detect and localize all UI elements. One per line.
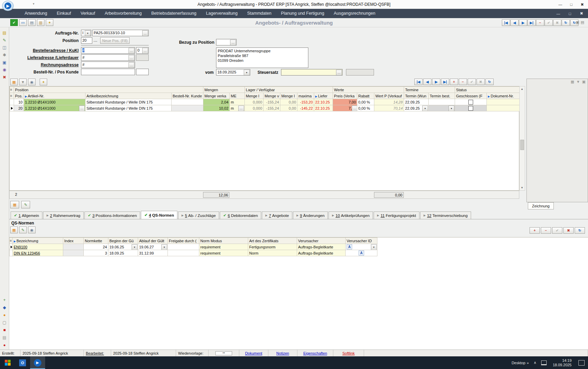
ablauf-dropdown-icon[interactable]: ▾ bbox=[161, 244, 167, 250]
col-qs-verursacher[interactable]: Verursacher bbox=[297, 238, 346, 244]
geschlossen-checkbox[interactable] bbox=[468, 100, 473, 105]
pos-add-button[interactable]: + bbox=[450, 79, 458, 85]
me-lookup-icon[interactable]: … bbox=[238, 106, 244, 111]
cell-qs-modus[interactable]: requirement bbox=[199, 250, 248, 256]
image-preview-icon[interactable]: ▦ bbox=[571, 80, 574, 84]
cell-geschlossen[interactable] bbox=[455, 99, 487, 105]
settings-icon[interactable]: ✱ bbox=[1, 52, 8, 58]
cell-bezeichnung[interactable]: Silberstahl Rundstange / Welle DIN 175 bbox=[85, 99, 172, 105]
card-icon[interactable]: ◫ bbox=[1, 45, 8, 51]
cell-qs-freigabe[interactable] bbox=[168, 244, 199, 250]
qs-add-button[interactable]: + bbox=[530, 227, 540, 234]
layout-icon[interactable]: ▤ bbox=[580, 20, 584, 25]
cell-qs-verursacher-id[interactable]: A▾ bbox=[346, 244, 377, 250]
delete-icon[interactable]: ✖ bbox=[1, 74, 8, 80]
close-button[interactable]: ✖ bbox=[578, 1, 586, 8]
cell-pos[interactable]: 10 bbox=[14, 99, 24, 105]
search-special-icon[interactable]: ✦ bbox=[40, 79, 47, 85]
cell-menge[interactable]: 10,02 bbox=[203, 105, 230, 111]
tray-expand-icon[interactable]: ∧ bbox=[534, 360, 536, 365]
delete-record-button[interactable]: − bbox=[536, 19, 544, 26]
tab-fertigungsprojekt[interactable]: ▶11Fertigungsprojekt bbox=[374, 211, 419, 219]
tab-terminverschiebung[interactable]: ▶12Terminverschiebung bbox=[420, 211, 471, 219]
paste-icon[interactable]: ▥ bbox=[37, 19, 44, 26]
record-icon[interactable]: ● bbox=[1, 342, 8, 348]
cell-rabatt[interactable]: 0,00 % bbox=[357, 99, 374, 105]
tab-artikelpruefungen[interactable]: ▶10Artikelprüfungen bbox=[329, 211, 373, 219]
col-dokument[interactable]: ▶Dokument-Nr. bbox=[487, 93, 520, 99]
grid-icon[interactable]: ▦ bbox=[10, 227, 18, 233]
cell-geschlossen[interactable] bbox=[455, 105, 487, 111]
pos-next-button[interactable]: ▶ bbox=[432, 79, 440, 85]
cell-qs-index[interactable] bbox=[63, 244, 84, 250]
table-row[interactable]: 10 1.2210 Ø14X1000 Silberstahl Rundstang… bbox=[10, 99, 520, 105]
cell-qs-beginn[interactable]: 18.09.25 bbox=[108, 250, 138, 256]
row-selector[interactable] bbox=[10, 105, 14, 111]
qs-refresh-button[interactable]: ↻ bbox=[575, 227, 585, 234]
new-window-icon[interactable]: ▭ bbox=[19, 19, 27, 26]
col-liefer[interactable]: ▶Liefer bbox=[314, 93, 333, 99]
cell-artikel[interactable]: 1.2210 Ø14X1000 bbox=[24, 99, 85, 105]
cell-maxima[interactable]: -145,22 bbox=[297, 105, 314, 111]
cell-artikel[interactable]: 1.2210 Ø14X1000… bbox=[24, 105, 85, 111]
cell-wert[interactable]: 70,14 bbox=[374, 105, 404, 111]
taskbar-clock[interactable]: 14:19 18.09.2025 bbox=[549, 358, 575, 367]
position-field[interactable]: 20 bbox=[81, 37, 92, 44]
neue-pos-button[interactable]: Neue Pos. (F8) bbox=[100, 37, 130, 44]
cell-qs-freigabe[interactable] bbox=[168, 250, 199, 256]
menu-ausgangsrechnungen[interactable]: Ausgangsrechnungen bbox=[329, 9, 380, 18]
beginn-dropdown-icon[interactable]: ▾ bbox=[132, 244, 137, 250]
col-artikel[interactable]: ▶Artikel-Nr. bbox=[24, 93, 85, 99]
col-menge-l[interactable]: Menge l bbox=[245, 93, 264, 99]
begleitkarte-icon[interactable]: A bbox=[359, 250, 364, 256]
auftrag-nr-field[interactable]: PA25-00133/10-10… bbox=[92, 30, 149, 36]
cell-termin-wun[interactable]: 22.09.25▾ bbox=[404, 105, 429, 111]
cell-qs-bezeichnung[interactable]: DIN EN 123456 bbox=[13, 250, 63, 256]
bezug-zu-position-field[interactable]: … bbox=[216, 39, 237, 45]
wizard-icon[interactable]: ✦ bbox=[46, 19, 53, 26]
cell-menge-l2[interactable]: 0,00 bbox=[280, 105, 297, 111]
pos-accept-button[interactable]: ✔ bbox=[468, 79, 476, 85]
stop-icon[interactable]: ■ bbox=[1, 327, 8, 333]
cell-qs-normkette[interactable]: 3 bbox=[84, 250, 108, 256]
bestelleradresse-field[interactable]: #… bbox=[81, 47, 135, 54]
begleitkarte-icon[interactable]: A bbox=[347, 244, 352, 249]
preis-lookup-icon[interactable]: … bbox=[352, 106, 357, 111]
tab-aenderungen[interactable]: ▶9Änderungen bbox=[293, 211, 328, 219]
termin-best-dropdown-icon[interactable]: ▾ bbox=[449, 106, 454, 111]
col-bestell[interactable]: Bestell-Nr. Kunde bbox=[172, 93, 203, 99]
cell-qs-modus[interactable]: requirement bbox=[199, 244, 248, 250]
row-selector[interactable] bbox=[10, 99, 14, 105]
cell-menge-v[interactable]: -155,24 bbox=[264, 105, 280, 111]
scroll-up-icon[interactable]: ▲ bbox=[521, 87, 523, 91]
col-qs-beginn[interactable]: Beginn der Gü bbox=[108, 238, 138, 244]
tab-allgemein[interactable]: ✔1Allgemein bbox=[11, 211, 42, 219]
col-me[interactable]: ME bbox=[230, 93, 245, 99]
cell-me[interactable]: m bbox=[230, 99, 245, 105]
position-lookup-icon[interactable]: … bbox=[93, 38, 97, 43]
cell-qs-beginn[interactable]: 19.06.25▾ bbox=[108, 244, 138, 250]
dokument-link[interactable]: Dokument bbox=[239, 350, 268, 356]
qs-row[interactable]: DIN EN 123456 3 18.09.25 31.12.99 requir… bbox=[10, 250, 377, 256]
qs-row[interactable]: EN9100 24 19.06.25▾ 19.06.27▾ requiremen… bbox=[10, 244, 377, 250]
pos-prev-button[interactable]: ◀ bbox=[423, 79, 431, 85]
eigenschaften-link[interactable]: Eigenschaften bbox=[297, 350, 333, 356]
softlink-link[interactable]: Softlink bbox=[333, 350, 364, 356]
tab-positions-informationen[interactable]: ✔3Positions-Informationen bbox=[84, 211, 140, 219]
pos-refresh-button[interactable]: ↻ bbox=[485, 79, 494, 85]
bezug-lookup-icon[interactable]: … bbox=[230, 40, 236, 45]
pos-remove-button[interactable]: − bbox=[459, 79, 467, 85]
col-bezeichnung[interactable]: Artikelbezeichnung bbox=[85, 93, 172, 99]
steuersatz-lookup-icon[interactable]: … bbox=[336, 70, 342, 76]
edit-icon[interactable]: ✎ bbox=[1, 38, 8, 43]
last-record-button[interactable]: ▶| bbox=[527, 19, 536, 26]
accept-button[interactable]: ✔ bbox=[545, 19, 553, 26]
grid-icon[interactable]: ▦ bbox=[10, 79, 18, 85]
cell-menge[interactable]: 2,04 bbox=[203, 99, 230, 105]
qs-view-icon[interactable]: ◉ bbox=[28, 227, 36, 233]
grid-icon[interactable]: ▦ bbox=[10, 201, 19, 208]
menu-planung-und-fertigung[interactable]: Planung und Fertigung bbox=[276, 9, 329, 18]
rechnung-lookup-icon[interactable]: … bbox=[129, 62, 134, 68]
cell-menge-v[interactable]: -155,24 bbox=[264, 99, 280, 105]
cell-bestell[interactable] bbox=[172, 105, 203, 111]
